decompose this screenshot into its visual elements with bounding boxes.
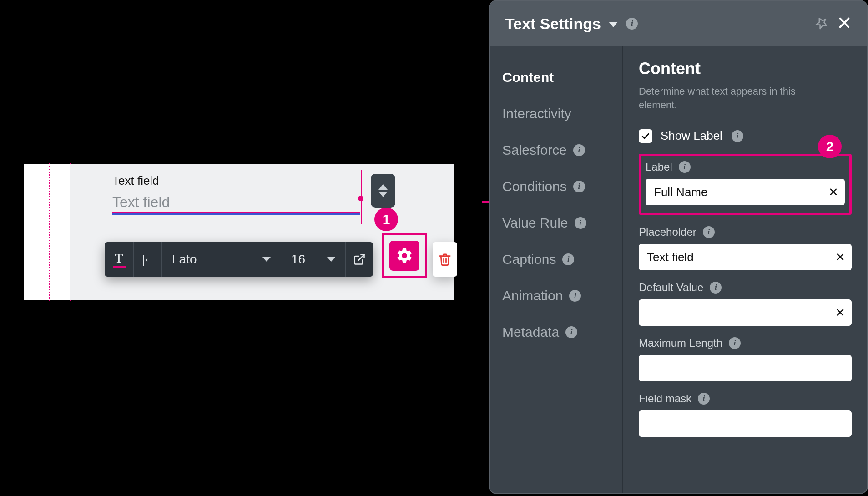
svg-line-0	[358, 255, 364, 261]
info-icon[interactable]: i	[573, 144, 585, 156]
chevron-down-icon	[262, 257, 271, 262]
sidebar-item-salesforce[interactable]: Salesforcei	[502, 132, 622, 168]
chevron-down-icon[interactable]	[378, 192, 388, 197]
default-value-input[interactable]	[639, 299, 852, 326]
gear-icon	[395, 247, 414, 265]
info-icon[interactable]: i	[569, 290, 581, 302]
popout-icon	[353, 253, 366, 266]
pin-icon	[815, 16, 829, 30]
label-field-label: Label	[646, 161, 672, 173]
placeholder-field-label: Placeholder	[639, 226, 696, 238]
sidebar-item-value-rule[interactable]: Value Rulei	[502, 205, 622, 241]
canvas-form-preview: Text field Text field T |←	[24, 164, 454, 300]
field-mask-field-label: Field mask	[639, 392, 691, 405]
alignment-guide	[49, 163, 50, 301]
selection-underline	[112, 212, 360, 213]
align-left-icon: |←	[141, 253, 154, 267]
font-family-select[interactable]: Lato	[162, 242, 281, 277]
clear-button[interactable]: ✕	[828, 185, 838, 199]
sidebar-item-captions[interactable]: Captionsi	[502, 241, 622, 278]
field-mask-input[interactable]	[639, 410, 852, 437]
info-icon[interactable]: i	[565, 326, 577, 338]
sidebar-item-content[interactable]: Content	[502, 59, 622, 96]
chevron-down-icon	[609, 22, 618, 27]
label-field-group: Label i ✕	[646, 161, 845, 205]
text-style-button[interactable]: T	[105, 242, 134, 277]
trash-icon	[438, 252, 452, 267]
placeholder-field-group: Placeholder i ✕	[639, 226, 852, 270]
default-value-field-label: Default Value	[639, 281, 703, 294]
clear-button[interactable]: ✕	[835, 306, 845, 320]
field-mask-field-group: Field mask i	[639, 392, 852, 437]
info-icon[interactable]: i	[575, 217, 586, 229]
info-icon[interactable]: i	[710, 282, 722, 294]
close-icon	[837, 15, 852, 30]
text-field-element[interactable]: Text field Text field T |←	[70, 164, 454, 300]
chevron-up-icon[interactable]	[378, 184, 388, 190]
chevron-down-icon	[327, 257, 335, 262]
selection-handle[interactable]	[358, 196, 363, 201]
close-button[interactable]	[837, 15, 852, 33]
panel-sidebar: Content Interactivity Salesforcei Condit…	[490, 46, 623, 493]
text-field-input[interactable]: Text field	[112, 190, 360, 215]
panel-header: Text Settings i	[490, 1, 867, 46]
info-icon[interactable]: i	[679, 161, 691, 173]
max-length-field-group: Maximum Length i	[639, 337, 852, 381]
max-length-input[interactable]	[639, 355, 852, 381]
info-icon[interactable]: i	[698, 393, 710, 405]
label-highlight-box: Label i ✕	[639, 154, 852, 215]
section-description: Determine what text appears in this elem…	[639, 85, 821, 111]
check-icon	[641, 132, 650, 141]
element-toolbar: T |← Lato 16	[105, 242, 373, 277]
font-size-select[interactable]: 16	[281, 242, 346, 277]
max-length-field-label: Maximum Length	[639, 337, 722, 349]
popout-button[interactable]	[346, 242, 373, 277]
canvas-gutter	[24, 164, 70, 300]
info-icon[interactable]: i	[562, 253, 574, 265]
label-input[interactable]	[646, 179, 845, 205]
show-label-text: Show Label	[661, 129, 722, 143]
section-heading: Content	[639, 59, 852, 78]
callout-badge-2: 2	[818, 135, 842, 158]
panel-title[interactable]: Text Settings	[505, 15, 618, 33]
show-label-checkbox[interactable]	[639, 129, 652, 143]
text-field-placeholder: Text field	[112, 194, 170, 210]
font-family-value: Lato	[172, 252, 197, 267]
callout-badge-1: 1	[374, 208, 398, 231]
nudge-stepper[interactable]	[371, 174, 395, 208]
sidebar-item-interactivity[interactable]: Interactivity	[502, 96, 622, 132]
text-color-icon: T	[112, 251, 126, 268]
sidebar-item-conditions[interactable]: Conditionsi	[502, 168, 622, 205]
info-icon[interactable]: i	[732, 130, 743, 142]
placeholder-input[interactable]	[639, 244, 852, 270]
sidebar-item-animation[interactable]: Animationi	[502, 278, 622, 314]
delete-button[interactable]	[433, 242, 457, 277]
info-icon[interactable]: i	[729, 337, 741, 349]
align-button[interactable]: |←	[134, 242, 162, 277]
pin-button[interactable]	[815, 16, 829, 31]
panel-main: Content Determine what text appears in t…	[623, 46, 867, 493]
sidebar-item-metadata[interactable]: Metadatai	[502, 314, 622, 350]
settings-button[interactable]	[382, 233, 427, 278]
info-icon[interactable]: i	[703, 226, 715, 238]
clear-button[interactable]: ✕	[835, 250, 845, 264]
text-field-label: Text field	[112, 174, 159, 188]
font-size-value: 16	[291, 252, 305, 267]
info-icon[interactable]: i	[626, 18, 638, 30]
info-icon[interactable]: i	[573, 181, 585, 192]
default-value-field-group: Default Value i ✕	[639, 281, 852, 326]
settings-panel: Text Settings i Content Interactivity Sa…	[489, 0, 868, 494]
